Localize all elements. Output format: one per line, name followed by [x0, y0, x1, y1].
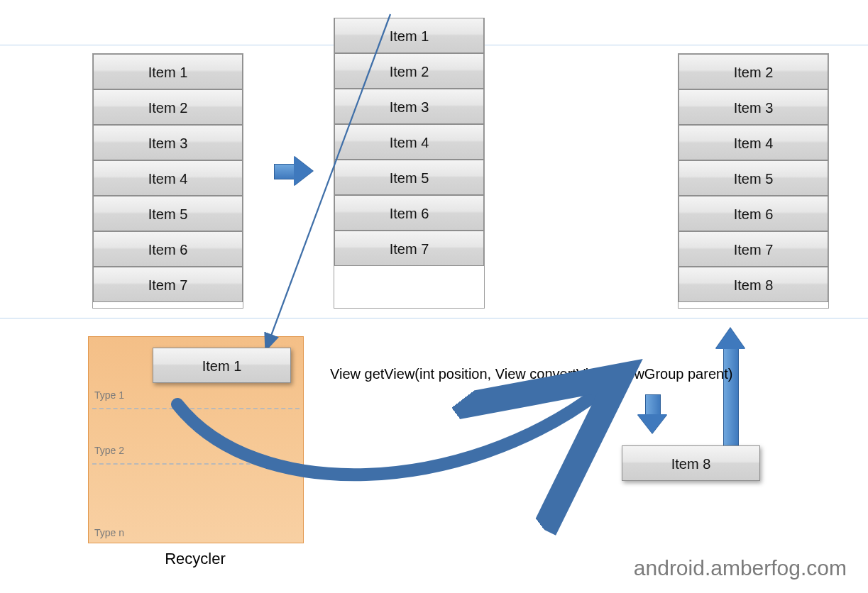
list-left-cell: Item 5 — [93, 196, 243, 231]
watermark: android.amberfog.com — [634, 556, 847, 580]
recycler-divider — [92, 463, 300, 465]
recycled-item: Item 1 — [153, 348, 291, 383]
list-left-cell: Item 2 — [93, 89, 243, 125]
list-right-cell: Item 7 — [679, 231, 828, 267]
recycler-divider — [92, 408, 300, 409]
new-item: Item 8 — [622, 445, 760, 481]
list-right: Item 2 Item 3 Item 4 Item 5 Item 6 Item … — [678, 53, 829, 309]
method-signature-label: View getView(int position, View convertV… — [330, 366, 784, 382]
recycler-title: Recycler — [153, 550, 238, 568]
list-left-cell: Item 6 — [93, 231, 243, 267]
list-left: Item 1 Item 2 Item 3 Item 4 Item 5 Item … — [92, 53, 243, 309]
list-middle-cell: Item 2 — [334, 53, 484, 89]
list-middle-cell: Item 1 — [334, 18, 484, 53]
list-right-cell: Item 8 — [679, 267, 828, 302]
list-middle-cell: Item 5 — [334, 160, 484, 195]
recycler-type-label: Type n — [94, 527, 124, 538]
arrow-down-icon — [637, 394, 667, 433]
list-right-cell: Item 4 — [679, 125, 828, 160]
guide-line-bottom — [0, 318, 868, 318]
list-left-cell: Item 7 — [93, 267, 243, 302]
arrow-right-icon — [274, 156, 313, 186]
list-left-cell: Item 4 — [93, 160, 243, 196]
list-left-cell: Item 1 — [93, 54, 243, 89]
list-middle-empty-slot — [334, 266, 484, 301]
list-right-cell: Item 2 — [679, 54, 828, 89]
list-middle-cell: Item 3 — [334, 89, 484, 124]
list-right-cell: Item 6 — [679, 196, 828, 231]
list-middle-cell: Item 7 — [334, 231, 484, 266]
list-right-cell: Item 3 — [679, 89, 828, 125]
list-left-cell: Item 3 — [93, 125, 243, 160]
diagram-stage: Item 1 Item 2 Item 3 Item 4 Item 5 Item … — [0, 0, 868, 593]
recycler-type-label: Type 1 — [94, 389, 124, 401]
recycler-type-label: Type 2 — [94, 445, 124, 456]
list-middle: Item 1 Item 2 Item 3 Item 4 Item 5 Item … — [334, 18, 485, 309]
list-right-cell: Item 5 — [679, 160, 828, 196]
list-middle-cell: Item 4 — [334, 124, 484, 160]
list-middle-cell: Item 6 — [334, 195, 484, 231]
